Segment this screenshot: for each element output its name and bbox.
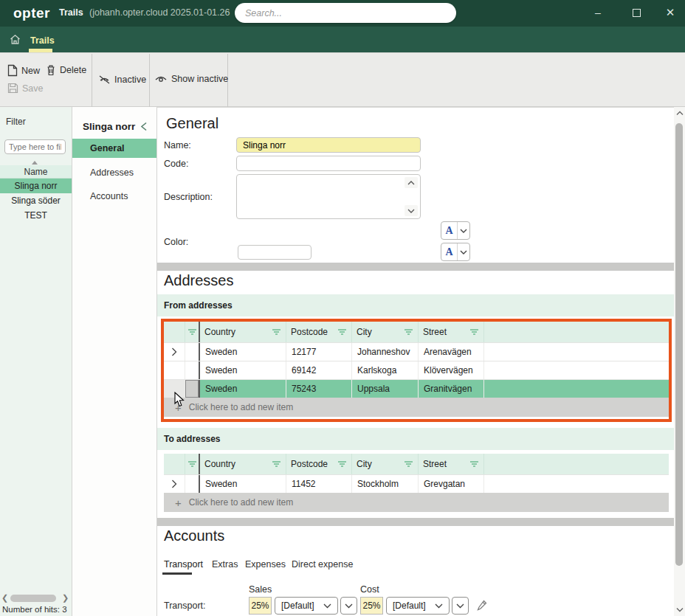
- selector-cell[interactable]: [185, 380, 200, 398]
- selector-cell[interactable]: [185, 361, 200, 379]
- table-row[interactable]: Sweden 11452 Stockholm Grevgatan: [164, 474, 669, 493]
- maximize-button[interactable]: [625, 0, 647, 25]
- code-field[interactable]: [236, 156, 421, 171]
- list-item-slinga-norr[interactable]: Slinga norr: [0, 179, 72, 193]
- postcode-cell[interactable]: 12177: [286, 343, 352, 361]
- filter-input[interactable]: [4, 139, 66, 154]
- edit-pencil-icon[interactable]: [477, 600, 487, 612]
- filter-icon[interactable]: [272, 460, 281, 468]
- scroll-down-icon[interactable]: [405, 205, 418, 216]
- minimize-button[interactable]: –: [587, 0, 609, 25]
- expand-cell[interactable]: [164, 343, 185, 361]
- chevron-down-icon[interactable]: [458, 243, 469, 260]
- selector-column-header[interactable]: [185, 454, 200, 474]
- filter-icon[interactable]: [272, 328, 281, 336]
- street-cell[interactable]: Klövervägen: [419, 361, 484, 379]
- save-button[interactable]: Save: [7, 83, 44, 94]
- table-row[interactable]: Sweden 12177 Johanneshov Arenavägen: [164, 342, 669, 361]
- selector-cell[interactable]: [185, 343, 200, 361]
- section-splitter[interactable]: [157, 518, 674, 526]
- street-column-header[interactable]: Street: [419, 322, 484, 342]
- country-cell[interactable]: Sweden: [200, 475, 286, 493]
- country-column-header[interactable]: Country: [200, 454, 286, 474]
- sales-account-dropdown[interactable]: [Default]: [275, 597, 338, 615]
- tab-trails[interactable]: Trails: [30, 35, 55, 46]
- add-new-item-row[interactable]: + Click here to add new item: [164, 398, 669, 417]
- scroll-left-icon[interactable]: ❮: [1, 593, 8, 603]
- delete-button[interactable]: Delete: [46, 64, 86, 76]
- tab-extras[interactable]: Extras: [212, 559, 238, 570]
- scroll-up-icon[interactable]: [405, 177, 418, 188]
- nav-item-general[interactable]: General: [72, 139, 156, 158]
- expand-cell[interactable]: [164, 475, 185, 493]
- description-field[interactable]: [236, 174, 421, 219]
- nav-item-addresses[interactable]: Addresses: [72, 163, 156, 182]
- table-row[interactable]: Sweden 69142 Karlskoga Klövervägen: [164, 361, 669, 379]
- city-column-header[interactable]: City: [352, 322, 419, 342]
- postcode-column-header[interactable]: Postcode: [286, 454, 352, 474]
- city-cell[interactable]: Johanneshov: [352, 343, 419, 361]
- filter-icon[interactable]: [404, 328, 413, 336]
- country-cell[interactable]: Sweden: [200, 361, 286, 379]
- sales-percent-field[interactable]: 25%: [249, 597, 272, 615]
- expand-cell[interactable]: [164, 361, 185, 379]
- tab-expenses[interactable]: Expenses: [245, 559, 286, 570]
- name-field[interactable]: [236, 137, 421, 153]
- sales-extra-dropdown-button[interactable]: [340, 597, 357, 615]
- cost-account-dropdown[interactable]: [Default]: [386, 597, 450, 615]
- color-field[interactable]: [238, 245, 311, 260]
- table-row-selected[interactable]: Sweden 75243 Uppsala Granitvägen: [164, 379, 669, 398]
- scroll-down-icon[interactable]: [676, 607, 684, 612]
- street-cell[interactable]: Granitvägen: [419, 380, 484, 398]
- font-color-button-1[interactable]: A: [441, 221, 470, 240]
- home-icon[interactable]: [9, 33, 21, 46]
- filter-icon[interactable]: [469, 460, 479, 468]
- scrollbar-thumb[interactable]: [675, 123, 683, 566]
- scrollbar-thumb[interactable]: [10, 595, 56, 602]
- filler-cell[interactable]: [484, 380, 669, 398]
- city-cell[interactable]: Karlskoga: [352, 361, 419, 379]
- street-cell[interactable]: Arenavägen: [419, 343, 484, 361]
- tab-direct-expense[interactable]: Direct expense: [292, 559, 353, 570]
- filler-cell[interactable]: [484, 475, 669, 493]
- horizontal-scrollbar[interactable]: ❮ ❯: [0, 592, 72, 604]
- street-cell[interactable]: Grevgatan: [419, 475, 484, 493]
- filter-icon[interactable]: [337, 460, 347, 468]
- selector-cell[interactable]: [185, 475, 200, 493]
- cost-extra-dropdown-button[interactable]: [452, 597, 469, 615]
- tab-transport[interactable]: Transport: [164, 559, 203, 570]
- filter-icon[interactable]: [469, 328, 479, 336]
- list-item-slinga-soder[interactable]: Slinga söder: [0, 193, 72, 208]
- vertical-scrollbar[interactable]: [674, 107, 685, 616]
- list-item-test[interactable]: TEST: [0, 208, 72, 223]
- nav-item-accounts[interactable]: Accounts: [72, 187, 156, 206]
- inactive-button[interactable]: Inactive: [98, 74, 146, 86]
- collapse-chevron-icon[interactable]: [140, 122, 148, 131]
- selector-column-header[interactable]: [185, 322, 200, 342]
- postcode-column-header[interactable]: Postcode: [286, 322, 352, 342]
- country-column-header[interactable]: Country: [200, 322, 286, 342]
- street-column-header[interactable]: Street: [419, 454, 484, 474]
- close-button[interactable]: ✕: [659, 0, 681, 25]
- filler-cell[interactable]: [484, 361, 669, 379]
- postcode-cell[interactable]: 11452: [286, 475, 352, 493]
- city-column-header[interactable]: City: [352, 454, 419, 474]
- filter-icon[interactable]: [187, 460, 197, 468]
- country-cell[interactable]: Sweden: [200, 380, 286, 398]
- filter-icon[interactable]: [187, 328, 197, 336]
- name-column-header[interactable]: Name: [0, 165, 72, 179]
- font-color-button-2[interactable]: A: [441, 243, 470, 261]
- scroll-up-icon[interactable]: [676, 111, 684, 116]
- add-new-item-row[interactable]: + Click here to add new item: [164, 493, 669, 512]
- new-button[interactable]: New: [7, 64, 40, 77]
- filler-cell[interactable]: [484, 343, 669, 361]
- section-splitter[interactable]: [157, 263, 674, 271]
- chevron-right-icon[interactable]: [171, 347, 177, 356]
- scroll-right-icon[interactable]: ❯: [62, 593, 69, 603]
- postcode-cell[interactable]: 69142: [286, 361, 352, 379]
- filter-icon[interactable]: [404, 460, 413, 468]
- city-cell[interactable]: Stockholm: [352, 475, 419, 493]
- search-input[interactable]: [235, 3, 456, 23]
- country-cell[interactable]: Sweden: [200, 343, 286, 361]
- filter-icon[interactable]: [337, 328, 347, 336]
